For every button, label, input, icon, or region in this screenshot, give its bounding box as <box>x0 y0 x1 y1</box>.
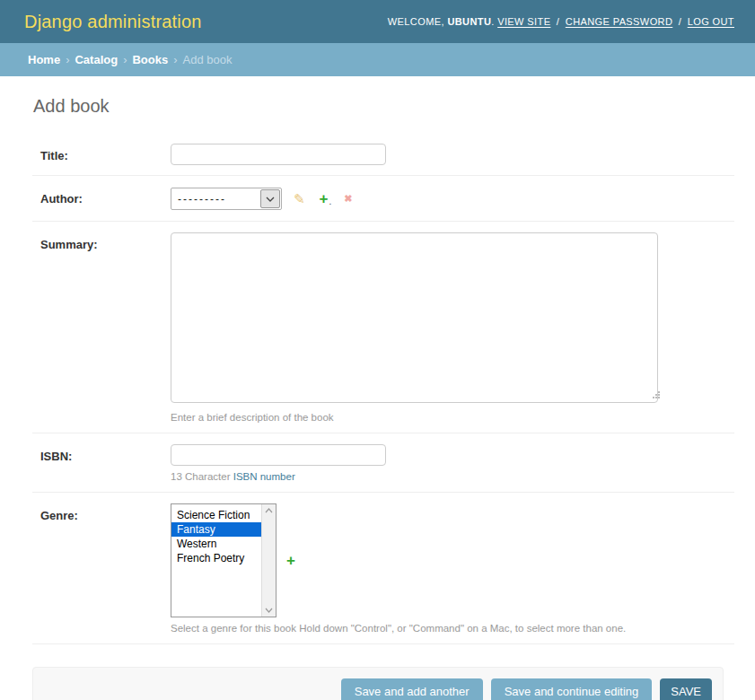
welcome-text: WELCOME, <box>388 16 444 27</box>
author-select-value: --------- <box>171 188 259 209</box>
site-brand[interactable]: Django administration <box>24 12 202 32</box>
scroll-down-icon <box>265 608 273 613</box>
add-plus-icon[interactable]: + <box>320 191 329 206</box>
author-row: Author: --------- ✎ + . ✖ <box>32 176 734 222</box>
genre-options: Science FictionFantasyWesternFrench Poet… <box>171 504 261 617</box>
summary-help: Enter a brief description of the book <box>171 412 658 423</box>
add-genre-plus-icon[interactable]: + <box>286 553 295 568</box>
isbn-row: ISBN: 13 Character ISBN number <box>32 433 734 493</box>
dot-artifact: . <box>329 197 332 206</box>
chevron-down-icon[interactable] <box>260 189 280 208</box>
user-tools: WELCOME, UBUNTU. VIEW SITE / CHANGE PASS… <box>388 16 734 27</box>
isbn-input[interactable] <box>171 444 386 466</box>
save-and-add-another-button[interactable]: Save and add another <box>341 678 483 700</box>
username: UBUNTU <box>447 16 491 27</box>
genre-option[interactable]: Fantasy <box>171 522 261 537</box>
view-site-link[interactable]: VIEW SITE <box>497 16 550 27</box>
genre-label: Genre: <box>40 509 78 522</box>
breadcrumb-books[interactable]: Books <box>132 53 168 66</box>
breadcrumb-current: Add book <box>183 53 233 66</box>
author-label: Author: <box>40 192 83 206</box>
genre-scrollbar[interactable] <box>261 504 276 617</box>
breadcrumb-catalog[interactable]: Catalog <box>75 53 118 66</box>
content: Add book Title: Author: --------- <box>0 76 755 700</box>
genre-row: Genre: Science FictionFantasyWesternFren… <box>32 493 734 644</box>
save-button[interactable]: SAVE <box>660 678 712 700</box>
save-and-continue-editing-button[interactable]: Save and continue editing <box>491 678 653 700</box>
genre-option[interactable]: Science Fiction <box>171 508 261 522</box>
scroll-up-icon <box>265 508 273 513</box>
author-select[interactable]: --------- <box>171 188 282 210</box>
genre-option[interactable]: Western <box>171 537 261 551</box>
summary-label: Summary: <box>40 238 98 251</box>
page-title: Add book <box>33 96 755 117</box>
log-out-link[interactable]: LOG OUT <box>688 16 734 27</box>
isbn-label: ISBN: <box>40 450 72 463</box>
breadcrumb-home[interactable]: Home <box>28 53 60 66</box>
summary-row: Summary: Enter a brief description of th… <box>32 222 734 433</box>
isbn-help: 13 Character ISBN number <box>171 471 386 482</box>
title-input[interactable] <box>171 144 386 165</box>
genre-option[interactable]: French Poetry <box>171 551 261 565</box>
admin-header: Django administration WELCOME, UBUNTU. V… <box>0 0 755 43</box>
isbn-number-link[interactable]: ISBN number <box>233 471 295 482</box>
title-row: Title: <box>32 133 734 176</box>
add-book-form: Title: Author: --------- <box>0 133 755 644</box>
edit-pencil-icon[interactable]: ✎ <box>294 192 305 206</box>
breadcrumb: Home › Catalog › Books › Add book <box>0 43 755 76</box>
submit-row: Save and add another Save and continue e… <box>32 667 724 700</box>
title-label: Title: <box>40 149 68 162</box>
genre-help: Select a genre for this book Hold down "… <box>171 623 626 634</box>
change-password-link[interactable]: CHANGE PASSWORD <box>566 16 672 27</box>
resize-grip-icon[interactable] <box>653 397 654 398</box>
genre-select[interactable]: Science FictionFantasyWesternFrench Poet… <box>171 503 277 617</box>
delete-x-icon[interactable]: ✖ <box>344 193 352 205</box>
summary-textarea[interactable] <box>171 232 658 403</box>
